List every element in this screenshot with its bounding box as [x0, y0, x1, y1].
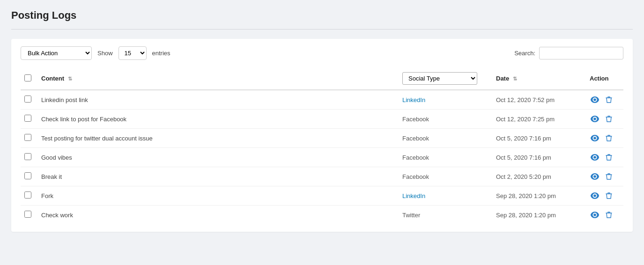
- search-label: Search:: [514, 50, 535, 57]
- row-content: Check work: [37, 206, 399, 225]
- header-content-col: Content ⇅: [37, 67, 399, 90]
- row-content: Check link to post for Facebook: [37, 110, 399, 129]
- action-icons: [590, 95, 620, 104]
- table-row: ForkLinkedInSep 28, 2020 1:20 pm: [21, 186, 623, 206]
- delete-button[interactable]: [605, 95, 613, 104]
- action-icons: [590, 172, 620, 181]
- toolbar-left: Bulk Action Delete Selected Show 10 15 2…: [21, 46, 170, 60]
- row-action: [586, 110, 623, 129]
- delete-button[interactable]: [605, 172, 613, 181]
- toolbar: Bulk Action Delete Selected Show 10 15 2…: [21, 46, 623, 60]
- view-button[interactable]: [590, 153, 600, 162]
- action-icons: [590, 114, 620, 124]
- trash-icon: [606, 96, 612, 103]
- table-container: Bulk Action Delete Selected Show 10 15 2…: [11, 39, 633, 232]
- row-date: Oct 2, 2020 5:20 pm: [492, 167, 586, 186]
- page-wrapper: Posting Logs Bulk Action Delete Selected…: [0, 0, 644, 265]
- row-content: Test posting for twitter dual account is…: [37, 129, 399, 148]
- row-action: [586, 148, 623, 167]
- trash-icon: [606, 154, 612, 161]
- row-checkbox-cell: [21, 186, 37, 206]
- row-social-type: LinkedIn: [399, 90, 492, 110]
- action-icons: [590, 153, 620, 162]
- delete-button[interactable]: [605, 191, 613, 200]
- search-input[interactable]: [539, 47, 623, 59]
- action-icons: [590, 133, 620, 143]
- row-date: Oct 12, 2020 7:25 pm: [492, 110, 586, 129]
- table-row: Check link to post for FacebookFacebookO…: [21, 110, 623, 129]
- social-type-select[interactable]: Social Type LinkedIn Facebook Twitter: [402, 72, 477, 85]
- row-checkbox-cell: [21, 206, 37, 225]
- delete-button[interactable]: [605, 133, 613, 143]
- select-all-checkbox[interactable]: [24, 74, 31, 81]
- row-date: Sep 28, 2020 1:20 pm: [492, 186, 586, 206]
- row-social-type: Facebook: [399, 110, 492, 129]
- row-checkbox[interactable]: [24, 172, 31, 179]
- eye-icon: [591, 192, 599, 199]
- trash-icon: [606, 211, 612, 219]
- eye-icon: [591, 173, 599, 180]
- row-social-type: Twitter: [399, 206, 492, 225]
- row-checkbox[interactable]: [24, 211, 31, 218]
- table-row: Linkedin post linkLinkedInOct 12, 2020 7…: [21, 90, 623, 110]
- eye-icon: [591, 154, 599, 161]
- trash-icon: [606, 115, 612, 123]
- row-content: Good vibes: [37, 148, 399, 167]
- row-social-type: Facebook: [399, 129, 492, 148]
- header-social-col: Social Type LinkedIn Facebook Twitter: [399, 67, 492, 90]
- trash-icon: [606, 192, 612, 199]
- table-body: Linkedin post linkLinkedInOct 12, 2020 7…: [21, 90, 623, 224]
- view-button[interactable]: [590, 191, 600, 200]
- date-sort-icon[interactable]: ⇅: [513, 76, 517, 82]
- row-date: Oct 5, 2020 7:16 pm: [492, 148, 586, 167]
- delete-button[interactable]: [605, 210, 613, 220]
- header-action-col: Action: [586, 67, 623, 90]
- show-label: Show: [97, 50, 113, 57]
- content-sort-icon[interactable]: ⇅: [68, 76, 72, 82]
- entries-select[interactable]: 10 15 25 50 100: [118, 46, 147, 60]
- page-title: Posting Logs: [11, 9, 633, 22]
- row-date: Oct 5, 2020 7:16 pm: [492, 129, 586, 148]
- entries-label: entries: [152, 50, 170, 57]
- header-action-label: Action: [590, 75, 608, 82]
- header-content-label: Content: [41, 75, 64, 82]
- posting-logs-table: Content ⇅ Social Type LinkedIn Facebook …: [21, 67, 623, 224]
- row-social-type: Facebook: [399, 167, 492, 186]
- row-checkbox-cell: [21, 167, 37, 186]
- view-button[interactable]: [590, 211, 600, 219]
- eye-icon: [591, 116, 599, 122]
- trash-icon: [606, 134, 612, 142]
- delete-button[interactable]: [605, 114, 613, 124]
- action-icons: [590, 191, 620, 200]
- delete-button[interactable]: [605, 153, 613, 162]
- header-date-col: Date ⇅: [492, 67, 586, 90]
- row-social-type: LinkedIn: [399, 186, 492, 206]
- view-button[interactable]: [590, 172, 600, 181]
- view-button[interactable]: [590, 134, 600, 142]
- row-action: [586, 186, 623, 206]
- table-header: Content ⇅ Social Type LinkedIn Facebook …: [21, 67, 623, 90]
- row-checkbox[interactable]: [24, 115, 31, 122]
- row-checkbox-cell: [21, 148, 37, 167]
- view-button[interactable]: [590, 96, 600, 104]
- row-checkbox[interactable]: [24, 96, 31, 103]
- row-action: [586, 90, 623, 110]
- row-checkbox-cell: [21, 90, 37, 110]
- row-content: Break it: [37, 167, 399, 186]
- table-row: Test posting for twitter dual account is…: [21, 129, 623, 148]
- eye-icon: [591, 135, 599, 141]
- row-date: Oct 12, 2020 7:52 pm: [492, 90, 586, 110]
- row-action: [586, 167, 623, 186]
- bulk-action-select[interactable]: Bulk Action Delete Selected: [21, 46, 92, 60]
- row-action: [586, 129, 623, 148]
- row-checkbox[interactable]: [24, 134, 31, 141]
- view-button[interactable]: [590, 115, 600, 123]
- row-content: Linkedin post link: [37, 90, 399, 110]
- header-checkbox-col: [21, 67, 37, 90]
- row-checkbox[interactable]: [24, 191, 31, 199]
- table-row: Check workTwitterSep 28, 2020 1:20 pm: [21, 206, 623, 225]
- table-row: Good vibesFacebookOct 5, 2020 7:16 pm: [21, 148, 623, 167]
- row-social-type: Facebook: [399, 148, 492, 167]
- header-row: Content ⇅ Social Type LinkedIn Facebook …: [21, 67, 623, 90]
- row-checkbox[interactable]: [24, 153, 31, 160]
